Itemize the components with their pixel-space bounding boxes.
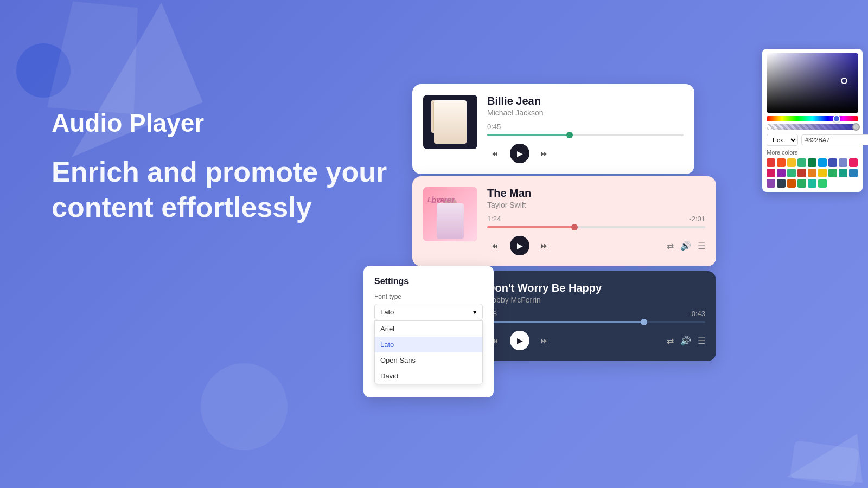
progress-fill-bobby [487,321,644,323]
swatch-dark[interactable] [777,179,786,188]
app-title: Audio Player [52,108,388,138]
hex-row: Hex RGB HSL [767,134,858,146]
play-button-billie[interactable]: ▶ [510,144,529,163]
next-button-bobby[interactable]: ⏭ [537,333,552,348]
font-select-display[interactable]: Lato ▾ [374,304,483,320]
font-select-container: Lato ▾ Ariel Lato Open Sans David [374,304,483,320]
settings-panel: Settings Font type Lato ▾ Ariel Lato Ope… [363,266,494,397]
swatch-lime[interactable] [818,179,827,188]
swatch-blue[interactable] [828,158,837,167]
progress-bar-taylor[interactable] [487,226,705,228]
next-button-taylor[interactable]: ⏭ [537,238,552,253]
swatch-mint[interactable] [808,179,816,188]
shuffle-icon-bobby[interactable]: ⇄ [667,336,674,346]
right-controls-bobby: ⇄ 🔊 ☰ [667,336,705,346]
svg-rect-6 [437,118,450,131]
swatch-pink[interactable] [849,158,858,167]
swatch-orange[interactable] [777,158,786,167]
rainbow-cursor[interactable] [833,115,840,123]
left-content-section: Audio Player Enrich and promote your con… [52,108,388,225]
svg-point-10 [441,205,460,229]
svg-point-5 [438,105,449,118]
swatch-green1[interactable] [797,158,806,167]
swatch-red[interactable] [767,158,775,167]
controls-billie: ⏮ ▶ ⏭ [487,144,684,163]
player-card-taylor: Lover The Man Taylor Swift 1:24 -2:01 [412,176,716,266]
font-type-label: Font type [374,293,483,300]
player-info-bobby: Don't Worry Be Happy Bobby McFerrin 1:8 … [487,282,705,350]
hex-select[interactable]: Hex RGB HSL [767,134,798,146]
time-row-billie: 0:45 [487,123,684,131]
swatch-gold[interactable] [818,169,827,177]
alpha-cursor[interactable] [852,123,860,131]
swatch-ocean[interactable] [849,169,858,177]
font-option-david[interactable]: David [375,368,482,384]
hex-value-input[interactable] [801,134,868,145]
next-button-billie[interactable]: ⏭ [537,146,552,161]
font-option-opensans[interactable]: Open Sans [375,352,482,368]
font-selected-value: Lato [380,308,394,316]
time-total-taylor: -2:01 [689,215,705,223]
swatch-emerald[interactable] [828,169,837,177]
swatch-teal[interactable] [787,169,796,177]
time-total-bobby: -0:43 [689,310,705,318]
swatch-lightblue[interactable] [818,158,827,167]
svg-text:Lover: Lover [427,196,447,204]
swatch-purple[interactable] [777,169,786,177]
svg-rect-3 [431,100,456,133]
track-title-taylor: The Man [487,187,705,200]
swatch-violet[interactable] [767,179,775,188]
progress-knob-billie[interactable] [566,132,573,138]
volume-icon-taylor[interactable]: 🔊 [680,241,691,251]
controls-bobby: ⏮ ▶ ⏭ ⇄ 🔊 ☰ [487,331,705,350]
swatch-darkpink[interactable] [767,169,775,177]
track-artist-bobby: Bobby McFerrin [487,296,705,304]
volume-icon-bobby[interactable]: 🔊 [680,336,691,346]
right-controls-taylor: ⇄ 🔊 ☰ [667,241,705,251]
swatch-indigo[interactable] [839,158,847,167]
color-gradient-canvas[interactable] [767,53,858,113]
album-art-taylor: Lover [423,187,477,241]
swatch-green2[interactable] [808,158,816,167]
menu-icon-bobby[interactable]: ☰ [698,336,705,346]
menu-icon-taylor[interactable]: ☰ [698,241,705,251]
progress-bar-bobby[interactable] [487,321,705,323]
progress-bar-billie[interactable] [487,134,684,136]
prev-button-billie[interactable]: ⏮ [487,146,502,161]
more-colors-label: More colors [767,149,858,156]
shuffle-icon-taylor[interactable]: ⇄ [667,241,674,251]
color-cursor[interactable] [841,78,847,84]
play-button-taylor[interactable]: ▶ [510,236,529,255]
play-button-bobby[interactable]: ▶ [510,331,529,350]
right-panels: Billie Jean Michael Jackson 0:45 ⏮ ▶ ⏭ [380,0,868,488]
track-artist-taylor: Taylor Swift [487,201,705,209]
controls-taylor: ⏮ ▶ ⏭ ⇄ 🔊 ☰ [487,236,705,255]
swatch-yellow[interactable] [787,158,796,167]
chevron-down-icon: ▾ [473,308,477,316]
player-info-taylor: The Man Taylor Swift 1:24 -2:01 ⏮ ▶ ⏭ ⇄ [487,187,705,255]
svg-point-1 [201,363,288,450]
time-current-taylor: 1:24 [487,215,501,223]
progress-knob-bobby[interactable] [641,319,647,325]
svg-point-11 [444,201,457,215]
settings-title: Settings [374,277,483,286]
swatch-darkred[interactable] [797,169,806,177]
alpha-bar[interactable] [767,124,858,130]
swatch-rust[interactable] [787,179,796,188]
swatch-forest[interactable] [797,179,806,188]
font-option-ariel[interactable]: Ariel [375,321,482,337]
progress-knob-taylor[interactable] [571,224,578,230]
track-title-billie: Billie Jean [487,95,684,107]
rainbow-bar[interactable] [767,116,858,121]
color-picker: Hex RGB HSL More colors [762,49,863,192]
font-option-lato[interactable]: Lato [375,337,482,352]
prev-button-taylor[interactable]: ⏮ [487,238,502,253]
alpha-overlay [767,124,858,130]
track-artist-billie: Michael Jackson [487,108,684,117]
swatch-darkorange[interactable] [808,169,816,177]
progress-fill-taylor [487,226,575,228]
swatch-sea[interactable] [839,169,847,177]
progress-fill-billie [487,134,570,136]
time-row-taylor: 1:24 -2:01 [487,215,705,223]
player-card-billie-jean: Billie Jean Michael Jackson 0:45 ⏮ ▶ ⏭ [412,84,694,174]
